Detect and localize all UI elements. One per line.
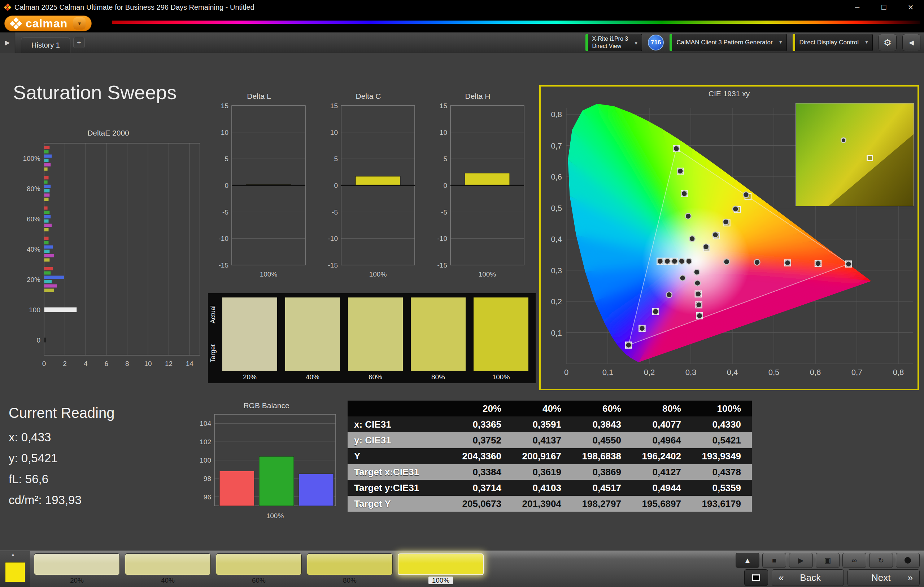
collapse-panel-button[interactable]: ◀ <box>903 34 921 51</box>
pattern-generator-select[interactable]: CalMAN Client 3 Pattern Generator ▼ <box>670 34 787 51</box>
table-cell: 0,3843 <box>572 416 632 432</box>
settings-button[interactable]: ⚙ <box>878 34 897 51</box>
spectrum-strip <box>112 21 921 24</box>
record-button[interactable] <box>896 553 920 568</box>
display-mode-button[interactable] <box>744 569 768 586</box>
minimize-button[interactable]: – <box>844 0 871 15</box>
back-label: Back <box>800 572 821 584</box>
table-header-cell: 20% <box>452 401 512 416</box>
table-cell: 0,3619 <box>512 464 572 480</box>
deltae2000-chart-title: DeltaE 2000 <box>13 127 204 139</box>
svg-text:0,4: 0,4 <box>551 235 562 244</box>
svg-text:80%: 80% <box>27 185 40 192</box>
calman-menu-button[interactable]: calman ▼ <box>4 15 92 31</box>
measured-point-icon <box>841 137 846 143</box>
window-title: Calman 2025 Calman Ultimate for Business… <box>15 3 254 12</box>
panel-expander-button[interactable]: ▶ <box>0 33 15 53</box>
deltae2000-chart: 02468101214100%80%60%40%20%1000 <box>13 139 204 383</box>
tab-history-1[interactable]: History 1 <box>21 38 70 53</box>
patch-level-button-20%[interactable] <box>34 554 120 575</box>
add-tab-button[interactable]: + <box>73 37 85 48</box>
chevron-left-icon: ◀ <box>909 39 914 46</box>
gamut-edge-shade <box>796 104 914 206</box>
svg-text:0: 0 <box>334 182 338 189</box>
table-header-cell: 100% <box>692 401 752 416</box>
svg-text:-5: -5 <box>441 209 447 216</box>
next-button[interactable]: Next » <box>848 569 920 586</box>
chevrons-left-icon: « <box>779 572 784 584</box>
chevron-down-icon: ▼ <box>779 39 783 45</box>
table-header-cell: 60% <box>572 401 632 416</box>
refresh-button[interactable]: ↻ <box>869 553 893 568</box>
delta-h-chart-title: Delta H <box>428 90 527 102</box>
patch-level-label: 60% <box>216 577 302 584</box>
table-cell: 195,6897 <box>632 496 692 511</box>
gear-icon: ⚙ <box>884 38 891 48</box>
deltae2000-chart-panel: DeltaE 2000 02468101214100%80%60%40%20%1… <box>13 127 204 384</box>
svg-text:0: 0 <box>224 182 228 189</box>
chevron-down-icon: ▼ <box>77 21 82 26</box>
stop-button[interactable]: ■ <box>762 553 786 568</box>
table-cell: 0,4127 <box>632 464 692 480</box>
patch-level-item: 100% <box>398 554 483 584</box>
svg-text:0,1: 0,1 <box>551 329 562 337</box>
tab-bar: ▶ History 1 + X-Rite i1Pro 3 Direct View… <box>0 33 924 53</box>
patch-level-button-40%[interactable] <box>125 554 211 575</box>
svg-text:0,4: 0,4 <box>727 368 738 377</box>
bottom-bar: ▲ 20%40%60%80%100% ▲ ■ ▶ ▣ ∞ ↻ « Back Ne… <box>0 551 924 587</box>
swatch-label: 20% <box>222 373 277 381</box>
svg-text:0: 0 <box>42 360 46 367</box>
swatch-40%: 40% <box>285 298 340 383</box>
svg-text:10: 10 <box>221 129 228 136</box>
svg-text:0,3: 0,3 <box>551 266 562 275</box>
svg-text:0,7: 0,7 <box>551 141 562 150</box>
patch-level-button-60%[interactable] <box>216 554 302 575</box>
table-row-label: Y <box>348 448 452 464</box>
swatch-100%: 100% <box>474 298 528 383</box>
svg-text:14: 14 <box>186 360 194 367</box>
svg-text:0,2: 0,2 <box>644 368 655 377</box>
table-row: Y204,3360200,9167198,6838196,2402193,934… <box>348 448 752 464</box>
page-title: Saturation Sweeps <box>13 81 177 104</box>
patch-level-button-80%[interactable] <box>307 554 393 575</box>
delta-c-chart-title: Delta C <box>319 90 418 102</box>
table-row: x: CIE310,33650,35910,38430,40770,4330 <box>348 416 752 432</box>
svg-text:-10: -10 <box>437 235 447 242</box>
delta-l-chart: 151050-5-10-15100% <box>210 102 309 288</box>
rgb-balance-chart-title: RGB Balance <box>191 400 342 411</box>
play-button[interactable]: ▶ <box>789 553 813 568</box>
patch-level-label: 100% <box>398 577 483 584</box>
meter-mode: Direct View <box>592 43 629 50</box>
svg-text:-5: -5 <box>222 209 228 216</box>
table-row: Target Y205,0673201,3904198,2797195,6897… <box>348 496 752 511</box>
link-button[interactable]: ∞ <box>842 553 866 568</box>
table-row: Target x:CIE310,33840,36190,38690,41270,… <box>348 464 752 480</box>
table-cell: 201,3904 <box>512 496 572 511</box>
logo-dropdown-button[interactable]: ▼ <box>73 17 86 30</box>
table-row-label: Target Y <box>348 496 452 511</box>
maximize-button[interactable]: □ <box>871 0 897 15</box>
table-cell: 0,4103 <box>512 480 572 496</box>
save-button[interactable]: ▣ <box>816 553 840 568</box>
display-control-select[interactable]: Direct Display Control ▼ <box>793 34 873 51</box>
table-cell: 0,3365 <box>452 416 512 432</box>
svg-text:60%: 60% <box>27 215 40 223</box>
table-cell: 196,2402 <box>632 448 692 464</box>
target-point-icon <box>866 155 873 161</box>
raise-panel-button[interactable]: ▲ <box>736 553 759 568</box>
svg-text:-15: -15 <box>437 261 447 269</box>
svg-text:100: 100 <box>29 306 40 314</box>
back-button[interactable]: « Back <box>772 569 844 586</box>
pattern-generator-name: CalMAN Client 3 Pattern Generator <box>676 39 772 46</box>
svg-text:100%: 100% <box>23 155 40 162</box>
close-button[interactable]: × <box>897 0 924 15</box>
meter-select[interactable]: X-Rite i1Pro 3 Direct View ▼ <box>586 34 642 51</box>
chevron-up-icon[interactable]: ▲ <box>11 552 15 557</box>
patch-level-button-100%[interactable] <box>398 554 483 575</box>
svg-text:10: 10 <box>144 360 152 367</box>
table-cell: 193,9349 <box>692 448 752 464</box>
patch-level-item: 40% <box>125 554 211 584</box>
workspace: Saturation Sweeps DeltaE 2000 0246810121… <box>0 53 924 551</box>
svg-text:0,7: 0,7 <box>851 368 863 377</box>
svg-text:15: 15 <box>221 102 228 110</box>
